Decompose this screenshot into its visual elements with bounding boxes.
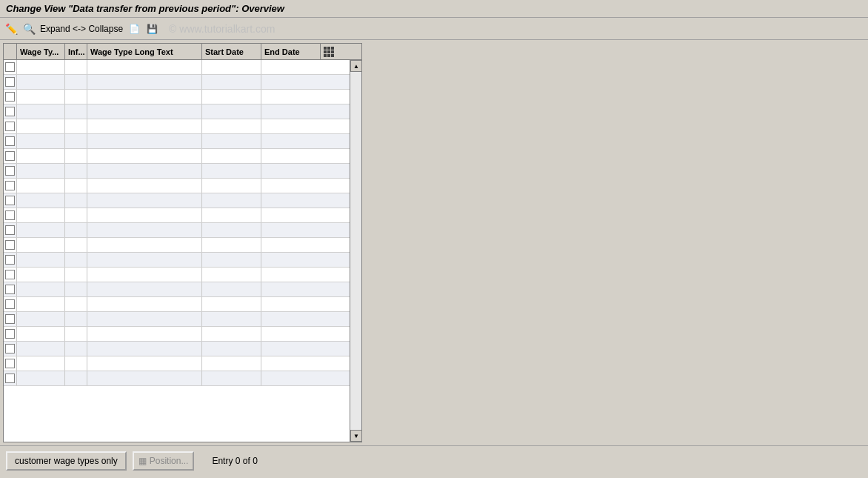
- row-checkbox[interactable]: [4, 268, 17, 282]
- row-checkbox[interactable]: [4, 371, 17, 385]
- cell-long-text: [87, 282, 202, 296]
- row-checkbox[interactable]: [4, 327, 17, 341]
- table-row[interactable]: [4, 104, 361, 119]
- cell-wage-type: [17, 208, 65, 222]
- cell-inf: [65, 223, 87, 237]
- position-btn[interactable]: ▦ Position...: [133, 451, 195, 471]
- cell-start-date: [202, 297, 261, 311]
- cell-end-date: [261, 223, 321, 237]
- table-row[interactable]: [4, 119, 361, 134]
- cell-start-date: [202, 268, 261, 282]
- cell-end-date: [261, 134, 321, 148]
- cell-wage-type: [17, 90, 65, 104]
- cell-wage-type: [17, 356, 65, 371]
- title-text: Change View "Data transfer from previous…: [6, 3, 284, 14]
- table-row[interactable]: [4, 297, 361, 312]
- search-icon[interactable]: 🔍: [22, 22, 36, 36]
- col-header-end-date[interactable]: End Date: [261, 44, 321, 59]
- pencil-icon[interactable]: ✏️: [4, 22, 18, 36]
- cell-inf: [65, 297, 87, 311]
- col-header-grid-icon[interactable]: [321, 44, 337, 59]
- table-row[interactable]: [4, 90, 361, 104]
- table-row[interactable]: [4, 208, 361, 223]
- col-header-checkbox: [4, 44, 17, 59]
- position-label: Position...: [150, 456, 189, 466]
- row-checkbox[interactable]: [4, 312, 17, 326]
- row-checkbox[interactable]: [4, 253, 17, 267]
- cell-inf: [65, 356, 87, 371]
- row-checkbox[interactable]: [4, 164, 17, 178]
- cell-start-date: [202, 208, 261, 222]
- cell-wage-type: [17, 371, 65, 385]
- entry-info: Entry 0 of 0: [212, 456, 257, 466]
- row-checkbox[interactable]: [4, 282, 17, 296]
- col-header-wage-type[interactable]: Wage Ty...: [17, 44, 65, 59]
- table-row[interactable]: [4, 149, 361, 164]
- row-checkbox[interactable]: [4, 104, 17, 119]
- cell-inf: [65, 208, 87, 222]
- cell-inf: [65, 193, 87, 208]
- cell-inf: [65, 327, 87, 341]
- cell-long-text: [87, 371, 202, 385]
- row-checkbox[interactable]: [4, 356, 17, 371]
- cell-start-date: [202, 90, 261, 104]
- status-bar: customer wage types only ▦ Position... E…: [0, 445, 868, 475]
- scroll-up-btn[interactable]: ▲: [350, 60, 362, 72]
- cell-end-date: [261, 327, 321, 341]
- save-icon[interactable]: 💾: [145, 22, 158, 36]
- cell-inf: [65, 90, 87, 104]
- table-row[interactable]: [4, 179, 361, 193]
- row-checkbox[interactable]: [4, 75, 17, 89]
- row-checkbox[interactable]: [4, 179, 17, 193]
- table-header: Wage Ty... Inf... Wage Type Long Text St…: [4, 44, 361, 60]
- row-checkbox[interactable]: [4, 342, 17, 356]
- cell-start-date: [202, 75, 261, 89]
- cell-start-date: [202, 253, 261, 267]
- cell-inf: [65, 342, 87, 356]
- row-checkbox[interactable]: [4, 297, 17, 311]
- row-checkbox[interactable]: [4, 193, 17, 208]
- col-header-inf[interactable]: Inf...: [65, 44, 87, 59]
- cell-long-text: [87, 238, 202, 252]
- watermark: © www.tutorialkart.com: [169, 23, 275, 35]
- table-row[interactable]: [4, 238, 361, 253]
- table-row[interactable]: [4, 134, 361, 149]
- cell-inf: [65, 253, 87, 267]
- copy-icon[interactable]: 📄: [127, 22, 141, 36]
- customer-wage-types-btn[interactable]: customer wage types only: [6, 451, 127, 471]
- table-row[interactable]: [4, 371, 361, 386]
- cell-start-date: [202, 282, 261, 296]
- table-row[interactable]: [4, 223, 361, 238]
- col-header-long-text[interactable]: Wage Type Long Text: [87, 44, 202, 59]
- cell-inf: [65, 149, 87, 163]
- table-row[interactable]: [4, 342, 361, 356]
- cell-inf: [65, 268, 87, 282]
- cell-long-text: [87, 193, 202, 208]
- table-row[interactable]: [4, 253, 361, 268]
- right-panel: [365, 40, 868, 445]
- row-checkbox[interactable]: [4, 238, 17, 252]
- row-checkbox[interactable]: [4, 60, 17, 74]
- table-row[interactable]: [4, 164, 361, 179]
- table-row[interactable]: [4, 312, 361, 327]
- col-header-start-date[interactable]: Start Date: [202, 44, 261, 59]
- cell-start-date: [202, 193, 261, 208]
- table-row[interactable]: [4, 75, 361, 90]
- table-row[interactable]: [4, 268, 361, 282]
- scrollbar[interactable]: ▲ ▼: [350, 60, 361, 442]
- row-checkbox[interactable]: [4, 134, 17, 148]
- row-checkbox[interactable]: [4, 90, 17, 104]
- table-row[interactable]: [4, 327, 361, 342]
- table-row[interactable]: [4, 60, 361, 75]
- row-checkbox[interactable]: [4, 149, 17, 163]
- row-checkbox[interactable]: [4, 223, 17, 237]
- table-row[interactable]: [4, 282, 361, 297]
- expand-collapse-btn[interactable]: Expand <-> Collapse: [40, 24, 123, 34]
- table-row[interactable]: [4, 356, 361, 371]
- cell-end-date: [261, 238, 321, 252]
- cell-long-text: [87, 223, 202, 237]
- row-checkbox[interactable]: [4, 119, 17, 133]
- table-row[interactable]: [4, 193, 361, 208]
- scroll-down-btn[interactable]: ▼: [350, 430, 362, 442]
- row-checkbox[interactable]: [4, 208, 17, 222]
